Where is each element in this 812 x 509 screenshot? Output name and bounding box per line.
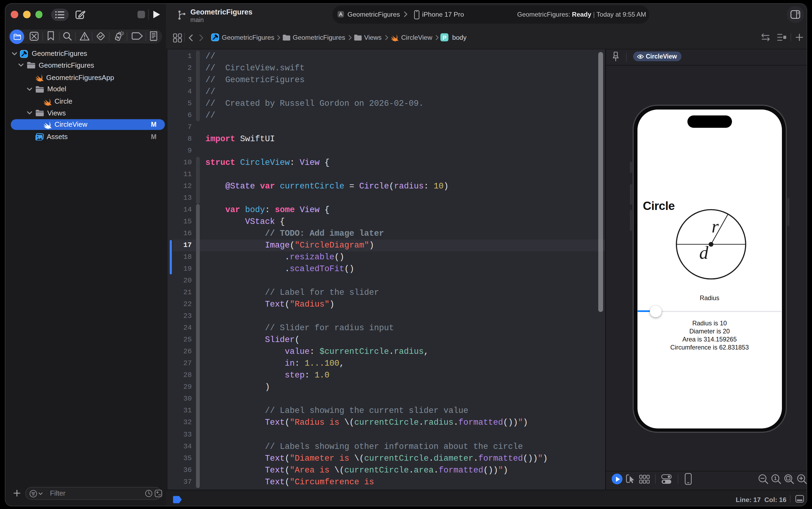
- svg-text:d: d: [699, 242, 709, 263]
- svg-text:1: 1: [774, 476, 777, 481]
- svg-text:r: r: [712, 216, 719, 237]
